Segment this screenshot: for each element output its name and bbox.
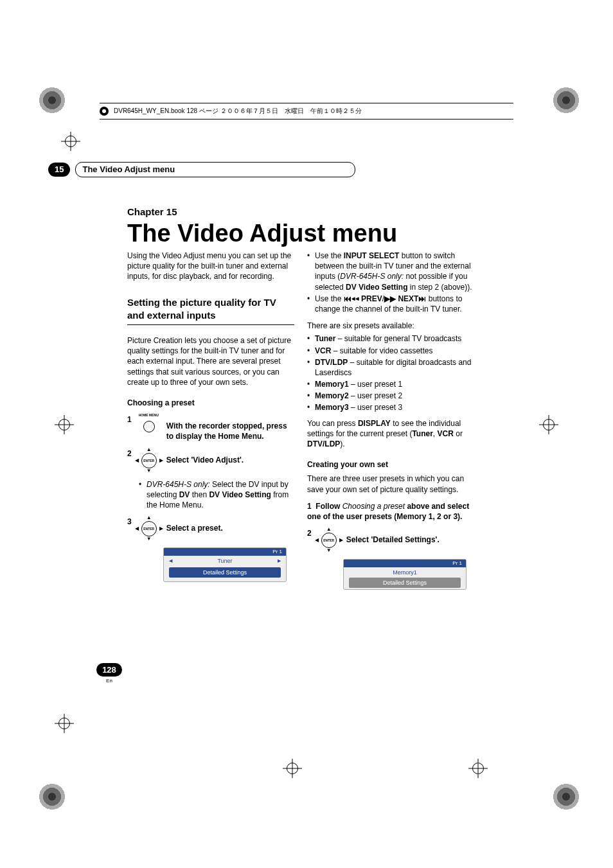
presets-intro: There are six presets available: bbox=[307, 321, 474, 331]
enter-dpad-icon: ENTER ▲▼◀▶ bbox=[137, 517, 161, 541]
register-target-icon bbox=[283, 759, 302, 778]
book-header: DVR645H_WY_EN.book 128 ページ ２００６年７月５日 水曜日… bbox=[100, 103, 513, 120]
left-column: Using the Video Adjust menu you can set … bbox=[127, 251, 294, 582]
display-note: You can press DISPLAY to see the individ… bbox=[307, 418, 474, 450]
register-target-icon bbox=[61, 132, 80, 151]
preset-memory3: •Memory3 – user preset 3 bbox=[307, 402, 474, 412]
step-1: 1 HOME MENU With the recorder stopped, p… bbox=[127, 414, 294, 441]
preset-vcr: •VCR – suitable for video cassettes bbox=[307, 346, 474, 356]
step-2: 2 ENTER ▲▼◀▶ Select 'Video Adjust'. bbox=[127, 448, 294, 473]
step-number: 2 bbox=[127, 448, 132, 459]
right-triangle-icon: ▶ bbox=[278, 558, 281, 563]
bullet-prev-next: •Use the ⏮◀◀ PREV/▶▶ NEXT⏭ buttons to ch… bbox=[307, 294, 474, 314]
crop-mark-icon bbox=[553, 783, 580, 810]
step-text: With the recorder stopped, press to disp… bbox=[166, 414, 294, 441]
own-set-body: There are three user presets in which yo… bbox=[307, 474, 474, 494]
right-column: •Use the INPUT SELECT button to switch b… bbox=[307, 249, 474, 590]
step-text: Select 'Video Adjust'. bbox=[166, 448, 294, 465]
crop-mark-icon bbox=[553, 87, 580, 114]
osd-detailed-settings: Pr 1 Memory1 Detailed Settings bbox=[343, 559, 466, 590]
step-number: 2 bbox=[307, 528, 312, 538]
heading-own-set: Creating your own set bbox=[307, 459, 474, 470]
picture-body: Picture Creation lets you choose a set o… bbox=[127, 335, 294, 387]
osd-preset-select: Pr 1 ◀ Tuner ▶ Detailed Settings bbox=[163, 547, 287, 582]
heading-choosing-preset: Choosing a preset bbox=[127, 398, 294, 408]
register-target-icon bbox=[55, 714, 74, 733]
bullet-input-select: •Use the INPUT SELECT button to switch b… bbox=[307, 251, 474, 292]
register-target-icon bbox=[55, 415, 74, 434]
section-number: 15 bbox=[48, 163, 70, 177]
left-triangle-icon: ◀ bbox=[169, 558, 172, 563]
preset-dtv-ldp: •DTV/LDP – suitable for digital broadcas… bbox=[307, 357, 474, 378]
enter-dpad-icon: ENTER ▲▼◀▶ bbox=[317, 528, 341, 553]
step-number: 3 bbox=[127, 517, 132, 527]
home-menu-button-icon: HOME MENU bbox=[137, 414, 161, 439]
page-number: 128 En bbox=[96, 663, 122, 685]
preset-memory2: •Memory2 – user preset 2 bbox=[307, 391, 474, 401]
register-target-icon bbox=[468, 759, 488, 778]
step-number: 1 bbox=[127, 414, 132, 425]
chapter-title: The Video Adjust menu bbox=[127, 217, 397, 250]
register-target-icon bbox=[539, 415, 558, 434]
crop-mark-icon bbox=[39, 783, 66, 810]
header-dot-icon bbox=[100, 107, 109, 116]
step-text: Select 'Detailed Settings'. bbox=[346, 528, 474, 545]
step-2-note: • DVR-645H-S only: Select the DV input b… bbox=[139, 479, 294, 511]
preset-tuner: •Tuner – suitable for general TV broadca… bbox=[307, 333, 474, 344]
section-title: The Video Adjust menu bbox=[75, 162, 355, 177]
step-text: Select a preset. bbox=[166, 517, 294, 533]
own-step-2: 2 ENTER ▲▼◀▶ Select 'Detailed Settings'. bbox=[307, 528, 474, 553]
book-header-text: DVR645H_WY_EN.book 128 ページ ２００６年７月５日 水曜日… bbox=[114, 107, 362, 116]
intro-text: Using the Video Adjust menu you can set … bbox=[127, 251, 294, 282]
heading-picture-quality: Setting the picture quality for TV and e… bbox=[127, 296, 294, 326]
osd-detailed-settings: Detailed Settings bbox=[169, 567, 281, 578]
preset-memory1: •Memory1 – user preset 1 bbox=[307, 379, 474, 389]
crop-mark-icon bbox=[39, 87, 66, 114]
own-step-1: 1 Follow Choosing a preset above and sel… bbox=[307, 501, 474, 522]
step-3: 3 ENTER ▲▼◀▶ Select a preset. bbox=[127, 517, 294, 541]
enter-dpad-icon: ENTER ▲▼◀▶ bbox=[137, 448, 161, 473]
section-header: 15 The Video Adjust menu bbox=[48, 163, 497, 177]
